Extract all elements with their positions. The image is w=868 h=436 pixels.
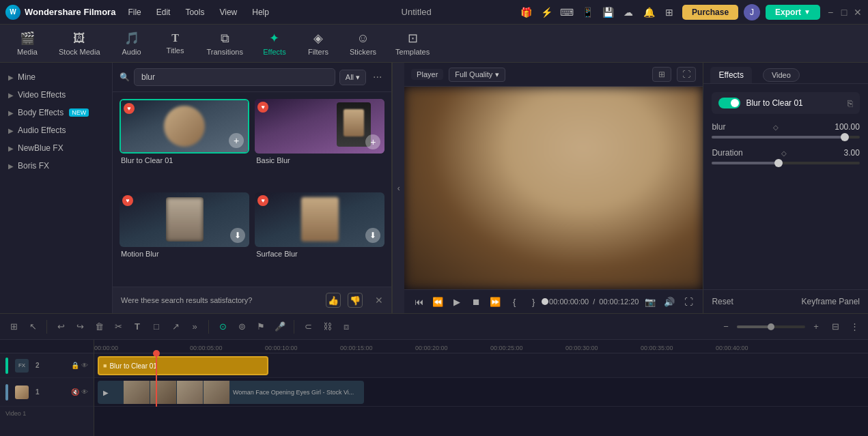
- sidebar-item-audio-effects[interactable]: ▶ Audio Effects: [0, 121, 112, 139]
- snapshot-button[interactable]: 📷: [643, 294, 658, 309]
- tl-zoom-out-btn[interactable]: −: [718, 319, 734, 335]
- effect-lock-icon[interactable]: 🔒: [71, 362, 79, 369]
- tl-select-btn[interactable]: ↖: [25, 319, 41, 335]
- reset-button[interactable]: Reset: [712, 297, 733, 306]
- tl-crop-btn[interactable]: □: [148, 319, 165, 335]
- dl-btn-surface-blur[interactable]: ⬇: [365, 228, 380, 243]
- effect-card-basic-blur[interactable]: + Basic Blur: [255, 99, 384, 187]
- toolbar-media[interactable]: 🎬 Media: [7, 27, 48, 60]
- tl-more2-btn[interactable]: ⋮: [846, 319, 863, 335]
- tl-marker-btn[interactable]: ⚑: [253, 319, 269, 335]
- tl-link-btn[interactable]: ⛓: [319, 319, 335, 335]
- toolbar-effects[interactable]: ✦ Effects: [254, 27, 295, 60]
- purchase-button[interactable]: Purchase: [682, 5, 738, 20]
- video-clip-woman-face[interactable]: ▶ Woman Face Opening Eyes Girl - Stock V…: [98, 381, 364, 404]
- tl-split-btn[interactable]: ⊂: [300, 319, 316, 335]
- menu-view[interactable]: View: [212, 5, 244, 20]
- dl-btn-motion-blur[interactable]: ⬇: [230, 228, 245, 243]
- tab-effects[interactable]: Effects: [710, 67, 751, 83]
- blur-value-input[interactable]: [826, 122, 860, 132]
- toolbar-stock-media[interactable]: 🖼 Stock Media: [51, 27, 109, 60]
- video-visibility-icon[interactable]: 👁: [81, 388, 88, 396]
- sidebar-item-boris-fx[interactable]: ▶ Boris FX: [0, 157, 112, 175]
- blur-slider[interactable]: [712, 136, 860, 139]
- export-button[interactable]: Export ▼: [766, 5, 820, 20]
- tl-undo-btn[interactable]: ↩: [53, 319, 69, 335]
- tl-redo-btn[interactable]: ↪: [72, 319, 88, 335]
- keyframe-panel-button[interactable]: Keyframe Panel: [802, 297, 860, 306]
- mark-out-button[interactable]: }: [526, 294, 541, 309]
- effect-card-blur-to-clear[interactable]: + Blur to Clear 01: [120, 99, 249, 187]
- toolbar-titles[interactable]: T Titles: [155, 28, 196, 59]
- minimize-button[interactable]: −: [826, 8, 835, 17]
- export-dropdown-icon[interactable]: ▼: [804, 8, 811, 16]
- tl-overlay-btn[interactable]: ⧈: [338, 319, 354, 335]
- tl-text-btn[interactable]: T: [129, 319, 145, 335]
- satisfaction-close-button[interactable]: ✕: [375, 295, 383, 306]
- tl-zoom-in-btn[interactable]: +: [808, 319, 824, 335]
- effect-visibility-icon[interactable]: 👁: [81, 362, 88, 369]
- tl-cut-btn[interactable]: ✂: [110, 319, 126, 335]
- tl-motion-btn[interactable]: ↗: [167, 319, 184, 335]
- effect-clip-blur-to-clear[interactable]: ■ Blur to Clear 01: [98, 356, 268, 375]
- timeline-tracks-wrapper[interactable]: 00:00:00 00:00:05:00 00:00:10:00 00:00:1…: [94, 340, 868, 436]
- user-avatar[interactable]: J: [744, 4, 760, 20]
- effect-enable-toggle[interactable]: [718, 98, 740, 108]
- tl-more-btn[interactable]: »: [186, 319, 203, 335]
- search-input[interactable]: [134, 68, 335, 86]
- prev-frame-button[interactable]: ⏪: [430, 294, 445, 309]
- menu-help[interactable]: Help: [245, 5, 276, 20]
- duration-value-input[interactable]: [826, 148, 860, 158]
- thumbs-up-button[interactable]: 👍: [326, 293, 341, 308]
- gift-icon[interactable]: 🎁: [518, 5, 533, 20]
- next-frame-button[interactable]: ⏩: [488, 294, 503, 309]
- toolbar-audio[interactable]: 🎵 Audio: [111, 27, 152, 60]
- mobile-icon[interactable]: 📱: [580, 5, 595, 20]
- duration-slider-handle[interactable]: [774, 159, 783, 167]
- video-mute-icon[interactable]: 🔇: [71, 388, 79, 396]
- grid-view-button[interactable]: ⊞: [652, 67, 671, 82]
- menu-file[interactable]: File: [121, 5, 148, 20]
- keyboard-icon[interactable]: ⌨: [559, 5, 574, 20]
- duration-keyframe-diamond[interactable]: ◇: [781, 149, 787, 157]
- lightning-icon[interactable]: ⚡: [539, 5, 554, 20]
- apps-icon[interactable]: ⊞: [662, 5, 677, 20]
- search-more-button[interactable]: ···: [370, 71, 384, 83]
- toolbar-templates[interactable]: ⊡ Templates: [387, 27, 438, 60]
- timeline-zoom-slider[interactable]: [737, 325, 805, 328]
- toolbar-filters[interactable]: ◈ Filters: [298, 27, 339, 60]
- tl-snap-btn[interactable]: ⊙: [214, 319, 231, 335]
- sidebar-item-body-effects[interactable]: ▶ Body Effects NEW: [0, 104, 112, 121]
- effect-card-surface-blur[interactable]: ⬇ Surface Blur: [255, 192, 384, 280]
- tl-layout-btn[interactable]: ⊟: [827, 319, 843, 335]
- stop-button[interactable]: ⏹: [468, 294, 484, 309]
- cloud-icon[interactable]: ☁: [621, 5, 636, 20]
- mark-in-button[interactable]: {: [507, 294, 522, 309]
- play-button[interactable]: ▶: [449, 294, 464, 309]
- blur-slider-handle[interactable]: [841, 133, 849, 141]
- save-icon[interactable]: 💾: [600, 5, 615, 20]
- expand-button[interactable]: ⛶: [681, 294, 696, 309]
- menu-edit[interactable]: Edit: [150, 5, 178, 20]
- menu-tools[interactable]: Tools: [178, 5, 211, 20]
- audio-button[interactable]: 🔊: [662, 294, 677, 309]
- fullscreen-button[interactable]: ⛶: [677, 67, 696, 82]
- maximize-button[interactable]: □: [839, 8, 849, 17]
- search-filter-dropdown[interactable]: All ▾: [339, 70, 366, 85]
- tl-audio-btn[interactable]: 🎤: [272, 319, 288, 335]
- tl-scene-btn[interactable]: ⊞: [5, 319, 22, 335]
- toolbar-stickers[interactable]: ☺ Stickers: [341, 27, 384, 60]
- close-button[interactable]: ✕: [853, 8, 863, 17]
- tl-ripple-btn[interactable]: ⊚: [234, 319, 250, 335]
- toolbar-transitions[interactable]: ⧉ Transitions: [199, 27, 251, 60]
- effect-info-button[interactable]: ⎘: [848, 98, 853, 108]
- skip-back-button[interactable]: ⏮: [411, 294, 426, 309]
- panel-collapse-button[interactable]: ‹: [392, 63, 404, 313]
- blur-keyframe-diamond[interactable]: ◇: [773, 123, 779, 131]
- bell-icon[interactable]: 🔔: [641, 5, 656, 20]
- duration-slider[interactable]: [712, 162, 860, 164]
- thumbs-down-button[interactable]: 👎: [348, 293, 363, 308]
- tab-video[interactable]: Video: [755, 67, 808, 83]
- sidebar-item-mine[interactable]: ▶ Mine: [0, 68, 112, 86]
- tl-delete-btn[interactable]: 🗑: [91, 319, 107, 335]
